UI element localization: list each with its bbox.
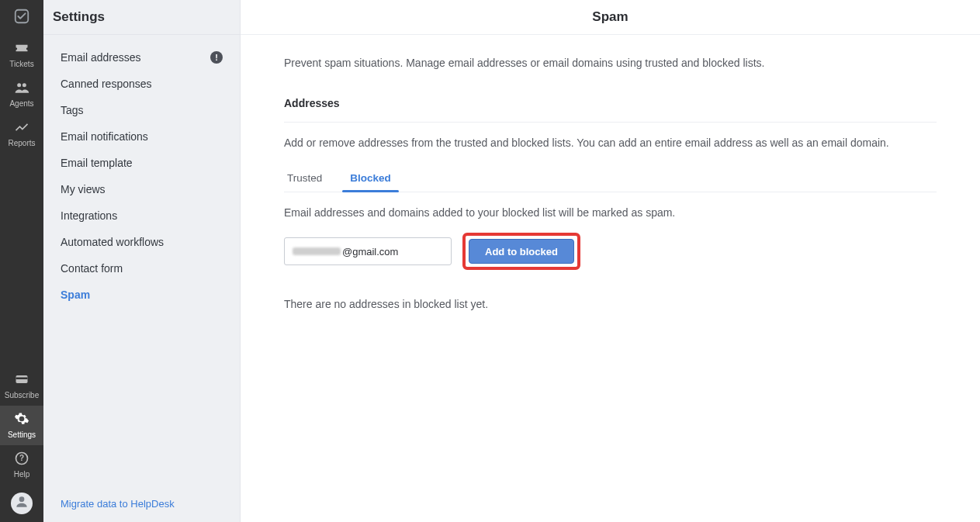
svg-rect-4 — [16, 378, 28, 380]
main-pane: Spam Prevent spam situations. Manage ema… — [241, 0, 980, 522]
add-to-blocked-button[interactable]: Add to blocked — [469, 239, 574, 264]
add-row: @gmail.com Add to blocked — [284, 233, 937, 270]
sidebar-item-label: Email template — [61, 157, 133, 169]
sidebar-title: Settings — [43, 0, 240, 35]
rail-label: Reports — [8, 139, 35, 147]
divider — [284, 122, 937, 123]
sidebar-item-label: Automated workflows — [61, 236, 164, 248]
sidebar-item-integrations[interactable]: Integrations — [43, 202, 240, 229]
help-icon: ? — [14, 451, 29, 468]
sidebar-item-label: Tags — [61, 104, 84, 116]
ticket-icon — [14, 40, 29, 57]
redacted-segment — [293, 247, 341, 255]
rail-label: Settings — [8, 430, 36, 439]
check-square-icon — [13, 8, 30, 28]
intro-text: Prevent spam situations. Manage email ad… — [284, 57, 937, 69]
user-icon — [14, 494, 29, 513]
chart-icon — [14, 119, 29, 137]
sidebar-item-label: My views — [61, 183, 106, 195]
tab-trusted[interactable]: Trusted — [284, 168, 325, 192]
card-icon — [14, 372, 29, 389]
svg-text:?: ? — [19, 454, 24, 462]
rail-item-help[interactable]: ? Help — [0, 445, 43, 485]
page-title: Spam — [241, 0, 980, 35]
people-icon — [14, 80, 29, 97]
rail-item-settings[interactable]: Settings — [0, 406, 43, 445]
empty-message: There are no addresses in blocked list y… — [284, 298, 937, 310]
rail-label: Agents — [9, 99, 33, 108]
sidebar-item-email-notifications[interactable]: Email notifications — [43, 123, 240, 150]
svg-point-1 — [17, 83, 21, 87]
rail-item-tickets[interactable]: Tickets — [0, 35, 43, 74]
rail-item-subscribe[interactable]: Subscribe — [0, 366, 43, 406]
sidebar-item-email-addresses[interactable]: Email addresses ! — [43, 44, 240, 71]
rail-item-agents[interactable]: Agents — [0, 74, 43, 114]
sidebar-item-tags[interactable]: Tags — [43, 97, 240, 123]
sidebar-item-spam[interactable]: Spam — [43, 282, 240, 308]
sidebar-item-canned-responses[interactable]: Canned responses — [43, 71, 240, 97]
sidebar-item-label: Integrations — [61, 209, 117, 222]
notice-badge: ! — [210, 51, 223, 64]
sidebar-item-label: Email addresses — [61, 51, 141, 64]
sidebar-item-automated-workflows[interactable]: Automated workflows — [43, 229, 240, 255]
avatar[interactable] — [11, 493, 33, 514]
tab-desc: Email addresses and domains added to you… — [284, 206, 937, 219]
sidebar-item-contact-form[interactable]: Contact form — [43, 255, 240, 282]
section-title: Addresses — [284, 97, 937, 109]
content: Prevent spam situations. Manage email ad… — [241, 35, 980, 332]
svg-point-2 — [23, 83, 26, 87]
tab-blocked[interactable]: Blocked — [347, 168, 394, 192]
rail-label: Tickets — [9, 60, 33, 68]
sidebar-item-label: Spam — [61, 289, 90, 301]
sidebar-item-email-template[interactable]: Email template — [43, 150, 240, 176]
email-input[interactable]: @gmail.com — [284, 237, 452, 265]
settings-sidebar: Settings Email addresses ! Canned respon… — [43, 0, 241, 522]
rail-label: Subscribe — [5, 391, 39, 399]
highlight-box: Add to blocked — [462, 233, 580, 270]
svg-point-7 — [19, 496, 25, 502]
sidebar-list: Email addresses ! Canned responses Tags … — [43, 35, 240, 487]
email-suffix: @gmail.com — [342, 246, 398, 258]
nav-rail: Tickets Agents Reports Subscribe Setting… — [0, 0, 43, 522]
rail-label: Help — [14, 470, 30, 479]
gear-icon — [14, 411, 29, 428]
app-logo — [0, 0, 43, 35]
section-desc: Add or remove addresses from the trusted… — [284, 137, 937, 149]
sidebar-footer-link[interactable]: Migrate data to HelpDesk — [43, 487, 240, 522]
sidebar-item-label: Email notifications — [61, 130, 148, 143]
tabs: Trusted Blocked — [284, 168, 937, 192]
sidebar-item-my-views[interactable]: My views — [43, 176, 240, 202]
sidebar-item-label: Canned responses — [61, 78, 152, 90]
rail-item-reports[interactable]: Reports — [0, 114, 43, 154]
sidebar-item-label: Contact form — [61, 262, 123, 275]
